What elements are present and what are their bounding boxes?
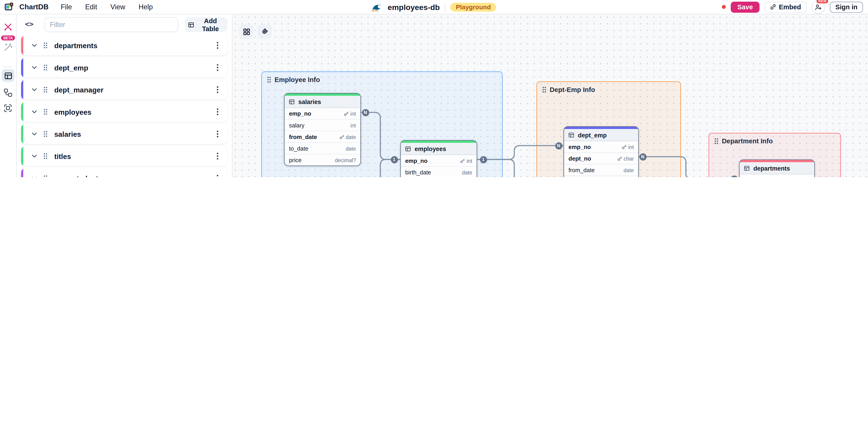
table-header[interactable]: salaries <box>285 96 361 108</box>
areas-icon[interactable] <box>3 103 13 113</box>
menu-help[interactable]: Help <box>138 3 153 11</box>
table-node-employees[interactable]: employees emp_noint birth_datedate first… <box>400 140 477 177</box>
table-header[interactable]: employees <box>401 143 477 155</box>
drag-handle-icon[interactable] <box>43 175 48 177</box>
table-menu-icon[interactable] <box>216 64 219 71</box>
grid-toggle-button[interactable] <box>239 24 253 39</box>
sidebar-table-label[interactable]: dept_manager <box>54 86 216 94</box>
editor-mode-icon[interactable] <box>3 22 13 32</box>
table-color-bar <box>21 102 23 122</box>
drag-handle-icon[interactable] <box>43 64 48 71</box>
sidebar-item-current_dept_emp[interactable]: current_dept_emp <box>21 168 227 177</box>
field-row[interactable]: pricedecimal? <box>285 154 361 165</box>
table-color-bar <box>21 168 23 177</box>
table-color-bar <box>21 35 23 55</box>
chevron-down-icon[interactable] <box>31 109 38 115</box>
sidebar-table-label[interactable]: salaries <box>54 130 216 138</box>
invite-user-button[interactable]: NEW <box>811 0 825 13</box>
sidebar-table-label[interactable]: employees <box>54 107 216 116</box>
table-node-dept_emp[interactable]: dept_emp emp_noint dept_nochar from_date… <box>563 126 639 177</box>
filter-input[interactable] <box>44 17 178 32</box>
table-menu-icon[interactable] <box>216 41 219 49</box>
table-accent-bar <box>740 160 814 162</box>
drag-handle-icon[interactable] <box>43 131 48 137</box>
chevron-down-icon[interactable] <box>31 131 38 137</box>
table-node-departments[interactable]: departments dept_nochar dept_namevarchar <box>739 159 815 177</box>
field-row[interactable]: emp_noint <box>285 108 361 120</box>
menu-file[interactable]: File <box>61 3 72 11</box>
table-color-bar <box>21 124 23 144</box>
table-menu-icon[interactable] <box>216 152 219 160</box>
sign-in-button[interactable]: Sign in <box>830 1 863 12</box>
field-row[interactable]: birth_datedate <box>401 167 477 177</box>
field-row[interactable]: emp_noint <box>401 155 477 167</box>
field-row[interactable]: dept_nochar <box>740 175 814 177</box>
add-table-icon <box>188 21 194 28</box>
field-name: emp_no <box>568 143 591 150</box>
chevron-down-icon[interactable] <box>31 153 38 159</box>
field-type: int <box>350 122 356 128</box>
table-name: employees <box>415 145 446 152</box>
table-name: salaries <box>299 98 321 105</box>
sidebar-table-label[interactable]: dept_emp <box>54 63 216 72</box>
table-menu-icon[interactable] <box>216 130 219 138</box>
chevron-down-icon[interactable] <box>31 86 38 93</box>
table-accent-bar <box>564 127 639 129</box>
unsaved-changes-indicator <box>722 5 725 9</box>
menu-view[interactable]: View <box>111 3 125 11</box>
field-row[interactable]: from_datedate <box>285 131 361 143</box>
primary-key-icon <box>339 134 344 139</box>
field-row[interactable]: dept_nochar <box>564 153 639 164</box>
sidebar-item-titles[interactable]: titles <box>21 146 227 166</box>
diagram-name[interactable]: employees-db <box>388 2 440 11</box>
snap-magnet-button[interactable] <box>257 24 272 39</box>
sidebar-item-departments[interactable]: departments <box>21 35 227 55</box>
sidebar-item-employees[interactable]: employees <box>21 102 227 122</box>
table-color-bar <box>21 58 23 78</box>
menu-edit[interactable]: Edit <box>85 3 97 11</box>
view-code-toggle[interactable]: <> <box>25 20 34 28</box>
table-accent-bar <box>285 94 361 96</box>
table-color-bar <box>21 80 23 100</box>
left-icon-rail: BETA <box>0 14 17 177</box>
field-row[interactable]: salaryint <box>285 120 361 131</box>
diagram-canvas[interactable]: Employee Info Dept-Emp Info Department I… <box>232 14 868 177</box>
field-row[interactable]: to_datedate <box>285 143 361 154</box>
sidebar-item-salaries[interactable]: salaries <box>21 124 227 144</box>
field-name: emp_no <box>289 110 311 117</box>
primary-key-icon <box>344 111 349 116</box>
drag-handle-icon[interactable] <box>43 42 48 49</box>
table-header[interactable]: dept_emp <box>564 129 639 141</box>
add-table-button[interactable]: Add Table <box>185 17 227 32</box>
chevron-down-icon[interactable] <box>31 42 38 49</box>
table-menu-icon[interactable] <box>216 86 219 94</box>
sidebar-table-label[interactable]: current_dept_emp <box>54 174 216 177</box>
rail-tables-button[interactable] <box>2 69 14 82</box>
table-menu-icon[interactable] <box>216 108 219 116</box>
chevron-down-icon[interactable] <box>31 175 38 177</box>
field-row[interactable]: emp_noint <box>564 141 639 153</box>
chevron-down-icon[interactable] <box>31 64 38 71</box>
table-list: departments dept_emp dept_manager <box>16 35 232 177</box>
sidebar-table-label[interactable]: departments <box>54 41 216 50</box>
table-header[interactable]: departments <box>740 162 814 175</box>
drag-handle-icon[interactable] <box>43 153 48 159</box>
sidebar-item-dept_manager[interactable]: dept_manager <box>21 80 227 100</box>
sidebar-table-label[interactable]: titles <box>54 152 216 160</box>
relationships-icon[interactable] <box>3 88 13 97</box>
mysql-logo-icon: MySQL <box>372 2 383 11</box>
save-button[interactable]: Save <box>731 1 760 12</box>
sidebar-item-dept_emp[interactable]: dept_emp <box>21 58 227 78</box>
field-name: from_date <box>289 133 317 140</box>
ai-wand-icon[interactable] <box>3 43 13 52</box>
primary-key-icon <box>460 158 465 163</box>
drag-handle-icon[interactable] <box>43 109 48 115</box>
embed-button[interactable]: Embed <box>765 1 806 12</box>
field-row[interactable]: from_datedate <box>564 164 639 176</box>
table-icon <box>289 99 294 104</box>
field-name: from_date <box>568 167 595 173</box>
table-node-salaries[interactable]: salaries emp_noint salaryint from_dateda… <box>284 93 361 166</box>
drag-handle-icon[interactable] <box>43 86 48 93</box>
table-menu-icon[interactable] <box>216 175 219 177</box>
field-row[interactable]: to_datedate <box>564 176 639 177</box>
